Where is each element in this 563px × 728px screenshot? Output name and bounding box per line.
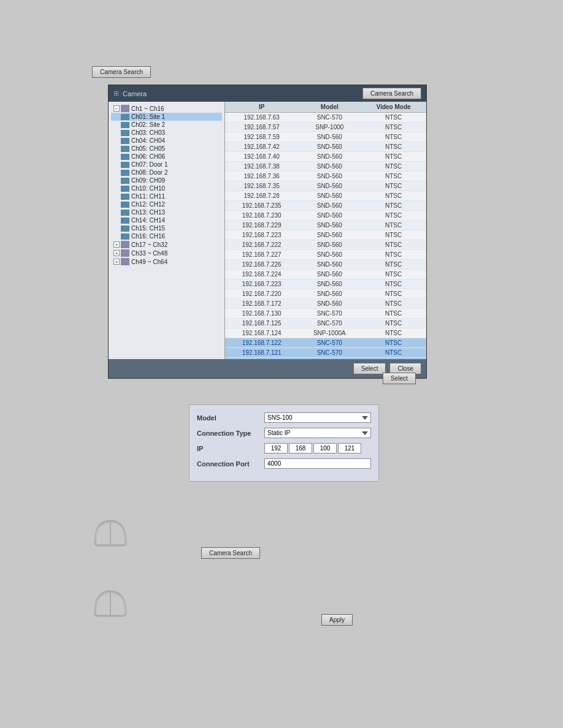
table-cell: NTSC (361, 152, 426, 162)
book-icon-2 (92, 588, 129, 624)
camera-search-top-btn[interactable]: Camera Search (92, 66, 151, 78)
table-cell: 192.168.7.130 (225, 309, 298, 319)
table-row[interactable]: 192.168.7.230SND-560NTSC (225, 211, 426, 221)
tree-item[interactable]: Ch09: CH09 (111, 176, 222, 184)
table-cell: NTSC (361, 172, 426, 181)
table-cell: SND-560 (298, 250, 361, 260)
tree-item[interactable]: +Ch17 ~ Ch32 (111, 240, 222, 249)
table-row[interactable]: 192.168.7.63SNC-570NTSC (225, 113, 426, 123)
camera-search-dialog-btn[interactable]: Camera Search (362, 88, 421, 99)
table-cell: 192.168.7.235 (225, 201, 298, 211)
table-row[interactable]: 192.168.7.235SND-560NTSC (225, 201, 426, 211)
table-row[interactable]: 192.168.7.125SNC-570NTSC (225, 319, 426, 328)
table-row[interactable]: 192.168.7.36SND-560NTSC (225, 172, 426, 181)
table-row[interactable]: 192.168.7.130SNC-570NTSC (225, 309, 426, 319)
tree-item[interactable]: Ch05: CH05 (111, 145, 222, 153)
model-select[interactable]: SNS-100SNS-200SNS-300 (264, 412, 371, 423)
ip-field-3[interactable] (313, 443, 337, 453)
table-cell: NTSC (361, 309, 426, 319)
col-header-videomode: Video Mode (361, 102, 426, 113)
table-row[interactable]: 192.168.7.172SND-560NTSC (225, 299, 426, 309)
camera-icon (121, 154, 129, 160)
tree-expand-icon[interactable]: + (113, 259, 120, 265)
table-cell: 192.168.7.223 (225, 279, 298, 289)
table-row[interactable]: 192.168.7.223SND-560NTSC (225, 279, 426, 289)
table-cell: 192.168.7.42 (225, 142, 298, 152)
table-row[interactable]: 192.168.7.220SND-560NTSC (225, 289, 426, 299)
table-row[interactable]: 192.168.7.224SND-560NTSC (225, 270, 426, 279)
tree-item[interactable]: Ch16: CH16 (111, 232, 222, 240)
table-cell: 192.168.7.121 (225, 348, 298, 358)
camera-dialog-title: Camera (123, 90, 147, 97)
camera-icon (121, 162, 129, 168)
table-row[interactable]: 192.168.7.222SND-560NTSC (225, 240, 426, 250)
table-cell: NTSC (361, 299, 426, 309)
tree-expand-icon[interactable]: + (113, 241, 120, 248)
table-row[interactable]: 192.168.7.229SND-560NTSC (225, 221, 426, 230)
tree-item[interactable]: Ch07: Door 1 (111, 161, 222, 169)
table-row[interactable]: 192.168.7.57SNP-1000NTSC (225, 123, 426, 132)
tree-item[interactable]: Ch06: CH06 (111, 153, 222, 161)
table-row[interactable]: 192.168.7.122SNC-570NTSC (225, 338, 426, 348)
table-cell: NTSC (361, 162, 426, 172)
apply-button[interactable]: Apply (321, 614, 353, 626)
table-row[interactable]: 192.168.7.119SNC-570NTSC (225, 358, 426, 360)
table-cell: 192.168.7.230 (225, 211, 298, 221)
tree-item[interactable]: Ch04: CH04 (111, 137, 222, 145)
ip-field-1[interactable] (264, 443, 288, 453)
table-row[interactable]: 192.168.7.35SND-560NTSC (225, 181, 426, 191)
table-row[interactable]: 192.168.7.28SND-560NTSC (225, 191, 426, 201)
tree-item[interactable]: +Ch49 ~ Ch64 (111, 257, 222, 266)
tree-item[interactable]: Ch01: Site 1 (111, 113, 222, 121)
table-cell: SND-560 (298, 299, 361, 309)
ip-field-4[interactable] (338, 443, 361, 453)
table-cell: SNP-1000A (298, 328, 361, 338)
tree-item[interactable]: Ch02: Site 2 (111, 121, 222, 129)
select-standalone-button[interactable]: Select (383, 373, 416, 384)
tree-item[interactable]: Ch12: CH12 (111, 200, 222, 208)
table-row[interactable]: 192.168.7.40SND-560NTSC (225, 152, 426, 162)
folder-icon (121, 249, 129, 257)
port-row: Connection Port (197, 458, 371, 469)
tree-expand-icon[interactable]: + (113, 250, 120, 256)
table-cell: NTSC (361, 240, 426, 250)
table-row[interactable]: 192.168.7.121SNC-570NTSC (225, 348, 426, 358)
model-row: Model SNS-100SNS-200SNS-300 (197, 412, 371, 423)
tree-item-label: Ch16: CH16 (131, 233, 165, 240)
table-row[interactable]: 192.168.7.227SND-560NTSC (225, 250, 426, 260)
connection-type-select[interactable]: Static IPDHCPPPPOE (264, 428, 371, 438)
table-row[interactable]: 192.168.7.42SND-560NTSC (225, 142, 426, 152)
table-cell: 192.168.7.119 (225, 358, 298, 360)
camera-search-2-container: Camera Search (201, 547, 260, 559)
table-cell: NTSC (361, 221, 426, 230)
tree-item[interactable]: Ch14: CH14 (111, 216, 222, 224)
table-cell: 192.168.7.172 (225, 299, 298, 309)
tree-item[interactable]: +Ch33 ~ Ch48 (111, 249, 222, 257)
table-row[interactable]: 192.168.7.38SND-560NTSC (225, 162, 426, 172)
table-cell: SNC-570 (298, 338, 361, 348)
table-row[interactable]: 192.168.7.59SND-560NTSC (225, 132, 426, 142)
select-button[interactable]: Select (353, 363, 386, 374)
tree-item[interactable]: Ch11: CH11 (111, 192, 222, 200)
tree-expand-icon[interactable]: − (113, 105, 120, 112)
camera-icon (121, 210, 129, 216)
tree-item[interactable]: −Ch1 ~ Ch16 (111, 104, 222, 113)
port-field[interactable] (264, 458, 371, 469)
tree-item[interactable]: Ch10: CH10 (111, 184, 222, 192)
tree-item[interactable]: Ch15: CH15 (111, 224, 222, 232)
table-cell: 192.168.7.122 (225, 338, 298, 348)
table-cell: SND-560 (298, 172, 361, 181)
ip-field-2[interactable] (289, 443, 312, 453)
table-cell: 192.168.7.220 (225, 289, 298, 299)
table-cell: NTSC (361, 250, 426, 260)
camera-search-2-btn[interactable]: Camera Search (201, 547, 260, 559)
table-cell: SND-560 (298, 191, 361, 201)
table-row[interactable]: 192.168.7.124SNP-1000ANTSC (225, 328, 426, 338)
table-row[interactable]: 192.168.7.226SND-560NTSC (225, 260, 426, 270)
ip-fields (264, 443, 371, 453)
tree-item[interactable]: Ch03: CH03 (111, 129, 222, 137)
tree-item[interactable]: Ch08: Door 2 (111, 169, 222, 176)
connection-type-label: Connection Type (197, 430, 264, 437)
tree-item[interactable]: Ch13: CH13 (111, 208, 222, 216)
table-row[interactable]: 192.168.7.223SND-560NTSC (225, 230, 426, 240)
